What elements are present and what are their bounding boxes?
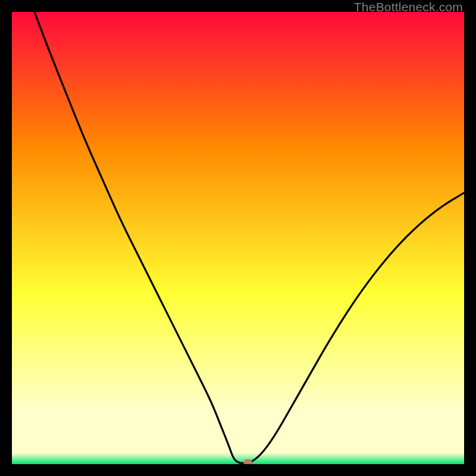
plot-area [12,12,464,464]
minimum-marker [244,459,252,464]
bottleneck-chart [12,12,464,464]
outer-frame: TheBottleneck.com [0,0,476,476]
gradient-background [12,12,464,464]
